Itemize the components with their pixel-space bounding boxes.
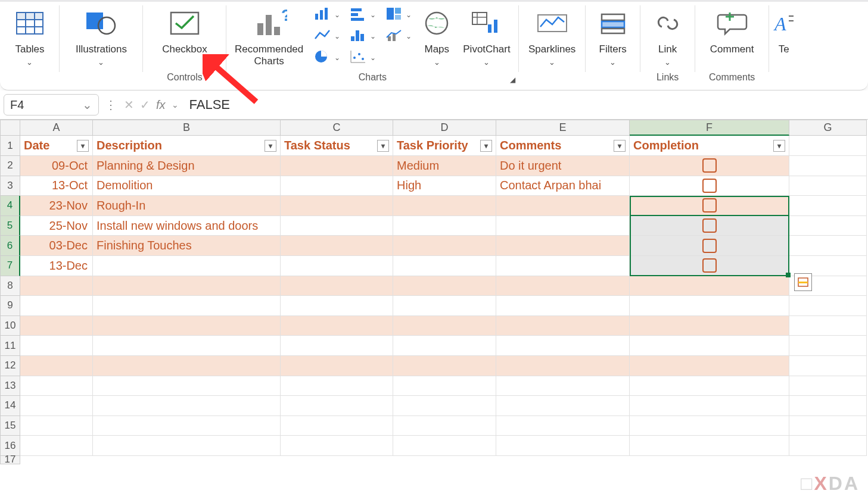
row-header-17[interactable]: 17 — [0, 456, 20, 464]
comment-button[interactable]: Comment — [704, 2, 760, 72]
row-header-6[interactable]: 6 — [0, 236, 20, 256]
cell-description[interactable]: Planning & Design — [93, 156, 281, 176]
cell-D9[interactable] — [393, 296, 496, 316]
checkbox-control[interactable] — [702, 158, 717, 173]
table-header-A[interactable]: Date▾ — [20, 136, 93, 156]
cell-status[interactable] — [281, 196, 393, 216]
cell-description[interactable]: Demolition — [93, 176, 281, 196]
cell-G15[interactable] — [789, 416, 867, 436]
name-box[interactable]: F4 ⌄ — [4, 94, 99, 115]
cell-description[interactable]: Finishing Touches — [93, 236, 281, 256]
cell-D13[interactable] — [393, 376, 496, 396]
recommended-charts-button[interactable]: ? Recommended Charts — [229, 2, 309, 70]
treemap-button[interactable]: ⌄ — [383, 5, 414, 24]
cell-completion[interactable] — [630, 236, 789, 256]
cell-G13[interactable] — [789, 376, 867, 396]
cell-date[interactable]: 25-Nov — [20, 216, 93, 236]
table-header-B[interactable]: Description▾ — [93, 136, 281, 156]
cell-status[interactable] — [281, 236, 393, 256]
cell-A16[interactable] — [20, 436, 93, 456]
cell-C12[interactable] — [281, 356, 393, 376]
cell-status[interactable] — [281, 256, 393, 276]
filter-dropdown-button[interactable]: ▾ — [614, 140, 626, 152]
row-header-16[interactable]: 16 — [0, 436, 20, 456]
cell-completion[interactable] — [630, 156, 789, 176]
charts-dialog-launcher[interactable]: ◢ — [510, 76, 515, 84]
cell-completion[interactable] — [630, 196, 789, 216]
cell-D11[interactable] — [393, 336, 496, 356]
cell-G1[interactable] — [789, 136, 867, 156]
cell-C13[interactable] — [281, 376, 393, 396]
cell-completion[interactable] — [630, 256, 789, 276]
cell-G9[interactable] — [789, 296, 867, 316]
cell-F9[interactable] — [630, 296, 789, 316]
cell-description[interactable] — [93, 256, 281, 276]
cell-G16[interactable] — [789, 436, 867, 456]
cell-F15[interactable] — [630, 416, 789, 436]
cell-D16[interactable] — [393, 436, 496, 456]
cell-description[interactable]: Rough-In — [93, 196, 281, 216]
filter-dropdown-button[interactable]: ▾ — [773, 140, 785, 152]
checkbox-control[interactable] — [702, 218, 717, 233]
cell-E12[interactable] — [496, 356, 630, 376]
text-button[interactable]: A Te — [766, 2, 802, 58]
row-header-12[interactable]: 12 — [0, 356, 20, 376]
cell-D10[interactable] — [393, 316, 496, 336]
maps-button[interactable]: Maps ⌄ — [416, 2, 457, 69]
cell-date[interactable]: 13-Oct — [20, 176, 93, 196]
filter-dropdown-button[interactable]: ▾ — [265, 140, 276, 152]
cell-B14[interactable] — [93, 396, 281, 416]
cell-priority[interactable]: High — [393, 176, 496, 196]
cell-E10[interactable] — [496, 316, 630, 336]
cell-status[interactable] — [281, 216, 393, 236]
select-all-corner[interactable] — [0, 120, 20, 136]
illustrations-button[interactable]: Illustrations ⌄ — [70, 2, 133, 69]
column-chart-button[interactable]: ⌄ — [312, 5, 343, 24]
cell-G2[interactable] — [789, 156, 867, 176]
cell-F8[interactable] — [630, 276, 789, 296]
cell-priority[interactable]: Medium — [393, 156, 496, 176]
cell-E16[interactable] — [496, 436, 630, 456]
enter-formula-button[interactable]: ✓ — [140, 98, 150, 112]
combo-chart-button[interactable]: ⌄ — [383, 27, 414, 46]
cell-priority[interactable] — [393, 256, 496, 276]
cell-C8[interactable] — [281, 276, 393, 296]
cell-A15[interactable] — [20, 416, 93, 436]
row-header-1[interactable]: 1 — [0, 136, 20, 156]
pivotchart-button[interactable]: PivotChart ⌄ — [457, 2, 516, 69]
cell-E14[interactable] — [496, 396, 630, 416]
cell-C9[interactable] — [281, 296, 393, 316]
cell-B13[interactable] — [93, 376, 281, 396]
cell-C15[interactable] — [281, 416, 393, 436]
scatter-chart-button[interactable]: ⌄ — [347, 48, 378, 67]
column-header-A[interactable]: A — [20, 120, 93, 136]
tables-button[interactable]: Tables ⌄ — [9, 2, 50, 69]
cell-B8[interactable] — [93, 276, 281, 296]
cell-F13[interactable] — [630, 376, 789, 396]
line-chart-button[interactable]: ⌄ — [312, 27, 343, 46]
checkbox-control[interactable] — [702, 239, 717, 253]
row-header-7[interactable]: 7 — [0, 256, 20, 276]
fx-button[interactable]: fx — [156, 98, 166, 112]
row-header-15[interactable]: 15 — [0, 416, 20, 436]
cell-C14[interactable] — [281, 396, 393, 416]
column-header-D[interactable]: D — [393, 120, 496, 136]
cell-A9[interactable] — [20, 296, 93, 316]
cell-status[interactable] — [281, 176, 393, 196]
column-header-B[interactable]: B — [93, 120, 281, 136]
row-header-2[interactable]: 2 — [0, 156, 20, 176]
cell-B10[interactable] — [93, 316, 281, 336]
row-header-13[interactable]: 13 — [0, 376, 20, 396]
filter-dropdown-button[interactable]: ▾ — [77, 140, 89, 152]
cell-A10[interactable] — [20, 316, 93, 336]
checkbox-control[interactable] — [702, 198, 717, 213]
cell-B16[interactable] — [93, 436, 281, 456]
cell-G5[interactable] — [789, 216, 867, 236]
cell-B15[interactable] — [93, 416, 281, 436]
sparklines-button[interactable]: Sparklines ⌄ — [522, 2, 581, 69]
cell-D15[interactable] — [393, 416, 496, 436]
cancel-formula-button[interactable]: ✕ — [124, 98, 134, 112]
checkbox-control[interactable] — [702, 179, 717, 193]
checkbox-button[interactable]: Checkbox — [156, 2, 213, 72]
cell-comments[interactable] — [496, 216, 630, 236]
